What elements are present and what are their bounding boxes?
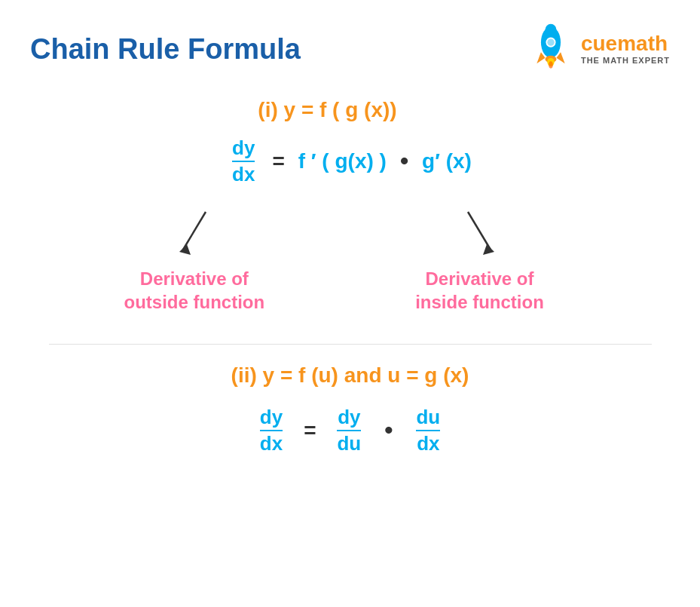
cue-text: cue xyxy=(581,32,617,55)
frac4-den: dx xyxy=(417,433,439,455)
svg-marker-4 xyxy=(536,52,545,63)
left-arrow-group: Derivative of outside function xyxy=(124,208,265,314)
cuemath-brand: cuemath xyxy=(581,33,668,54)
rocket-icon xyxy=(528,23,573,75)
equals-2: = xyxy=(304,418,316,443)
fraction-dydx: dy dx xyxy=(232,137,255,185)
frac1-den: dx xyxy=(232,164,255,185)
main-content: (i) y = f ( g (x)) dy dx = f ′ ( g(x) ) … xyxy=(30,98,670,455)
header: Chain Rule Formula xyxy=(30,23,670,75)
right-arrow-label: Derivative of inside function xyxy=(415,267,544,314)
svg-marker-5 xyxy=(556,52,564,63)
fraction-du-dx: du dx xyxy=(416,406,440,455)
frac4-line xyxy=(416,430,440,432)
dot-2: • xyxy=(384,416,393,444)
page-container: Chain Rule Formula xyxy=(0,0,700,607)
left-arrow-icon xyxy=(164,208,225,261)
section2-label: (ii) y = f (u) and u = g (x) xyxy=(231,363,469,388)
frac3-line xyxy=(337,430,361,432)
page-title: Chain Rule Formula xyxy=(30,33,301,66)
frac2-num: dy xyxy=(260,406,283,428)
fraction-dy-dx-2: dy dx xyxy=(260,406,283,455)
divider xyxy=(49,344,652,345)
frac1-line xyxy=(232,161,255,163)
tagline: THE MATH EXPERT xyxy=(581,56,670,65)
frac1-num: dy xyxy=(232,137,255,159)
svg-line-9 xyxy=(183,212,206,250)
logo-area: cuemath THE MATH EXPERT xyxy=(528,23,670,75)
equals-1: = xyxy=(272,149,284,173)
math-text: math xyxy=(617,32,668,55)
formula-row-2: dy dx = dy du • du dx xyxy=(256,406,444,455)
arrows-section: Derivative of outside function Derivativ… xyxy=(94,208,607,314)
left-arrow-label: Derivative of outside function xyxy=(124,267,265,314)
logo-text: cuemath THE MATH EXPERT xyxy=(581,33,670,65)
g-prime-x: g′ (x) xyxy=(422,149,472,173)
frac2-line xyxy=(260,430,283,432)
fraction-dy-du: dy du xyxy=(337,406,361,455)
frac4-num: du xyxy=(416,406,440,428)
right-arrow-group: Derivative of inside function xyxy=(415,208,544,314)
f-prime-gx: f ′ ( g(x) ) xyxy=(298,149,387,173)
svg-line-11 xyxy=(468,212,491,250)
right-arrow-icon xyxy=(449,208,509,261)
svg-point-3 xyxy=(547,38,554,45)
frac3-den: du xyxy=(337,433,361,455)
frac3-num: dy xyxy=(338,406,360,428)
formula-row-1: dy dx = f ′ ( g(x) ) • g′ (x) xyxy=(228,137,472,185)
frac2-den: dx xyxy=(260,433,283,455)
section1-label: (i) y = f ( g (x)) xyxy=(258,98,396,122)
dot-1: • xyxy=(400,147,408,175)
svg-point-8 xyxy=(549,61,553,68)
svg-point-1 xyxy=(545,24,556,35)
